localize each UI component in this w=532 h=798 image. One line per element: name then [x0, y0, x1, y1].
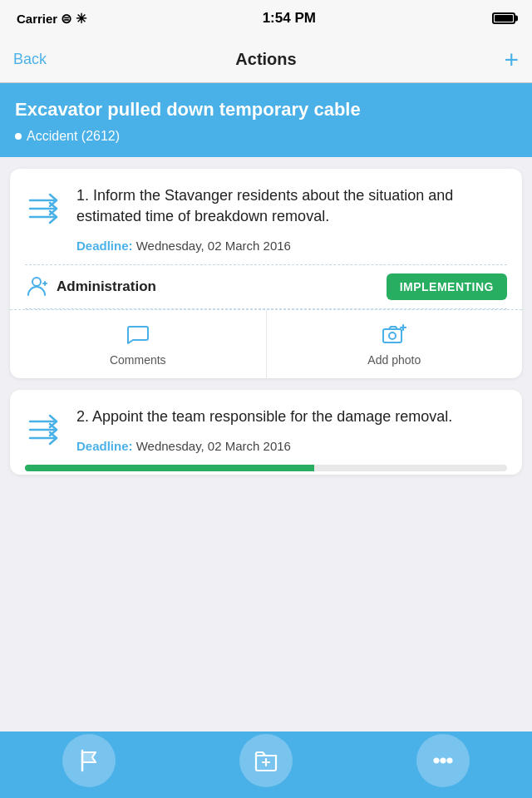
action-arrows-icon-1	[25, 189, 65, 229]
tab-more[interactable]	[416, 734, 470, 787]
add-photo-button-1[interactable]: Add photo	[267, 310, 523, 378]
assignee-row-1: Administration IMPLEMENTING	[10, 265, 522, 308]
content-area: 1. Inform the Stavanger residents about …	[0, 157, 532, 559]
time-display: 1:54 PM	[263, 10, 316, 27]
deadline-row-1: Deadline: Wednesday, 02 March 2016	[76, 239, 507, 253]
person-icon-1	[25, 273, 48, 300]
incident-header: Excavator pulled down temporary cable Ac…	[0, 83, 532, 157]
activity-icon: ✳	[76, 12, 86, 26]
svg-rect-6	[383, 329, 401, 342]
action-text-1: 1. Inform the Stavanger residents about …	[76, 185, 507, 253]
action-card-body-2: 2. Appoint the team responsible for the …	[10, 390, 522, 465]
page-title: Actions	[235, 50, 296, 69]
svg-point-15	[435, 759, 439, 763]
status-badge-1[interactable]: IMPLEMENTING	[387, 273, 507, 300]
action-title-1: 1. Inform the Stavanger residents about …	[76, 185, 507, 227]
action-title-2: 2. Appoint the team responsible for the …	[76, 406, 507, 427]
tab-flag[interactable]	[62, 734, 116, 787]
battery-icon	[492, 12, 515, 24]
svg-point-16	[441, 759, 446, 763]
incident-subtitle: Accident (2612)	[15, 129, 517, 144]
back-button[interactable]: Back	[13, 51, 47, 68]
action-card-1: 1. Inform the Stavanger residents about …	[10, 169, 522, 378]
wifi-icon: ⊜	[61, 12, 71, 26]
progress-bar-2	[25, 465, 507, 471]
status-bar: Carrier ⊜ ✳ 1:54 PM	[0, 0, 532, 37]
add-button[interactable]: +	[504, 47, 519, 72]
svg-point-3	[32, 278, 41, 286]
deadline-date-1: Wednesday, 02 March 2016	[136, 239, 291, 253]
assignee-name-1: Administration	[57, 278, 156, 295]
deadline-label-2: Deadline:	[76, 439, 133, 453]
action-card-body-1: 1. Inform the Stavanger residents about …	[10, 169, 522, 264]
deadline-label-1: Deadline:	[76, 239, 133, 253]
deadline-row-2: Deadline: Wednesday, 02 March 2016	[76, 439, 507, 453]
incident-title: Excavator pulled down temporary cable	[15, 98, 517, 122]
action-text-2: 2. Appoint the team responsible for the …	[76, 406, 507, 453]
action-arrows-icon-2	[25, 410, 65, 450]
tab-folder-add[interactable]	[239, 734, 293, 787]
assignee-left-1: Administration	[25, 273, 156, 300]
svg-point-7	[389, 332, 396, 339]
action-buttons-row-1: Comments Add photo	[10, 309, 522, 378]
carrier-text: Carrier ⊜ ✳	[17, 11, 86, 27]
dot-icon	[15, 133, 22, 140]
nav-bar: Back Actions +	[0, 37, 532, 83]
deadline-date-2: Wednesday, 02 March 2016	[136, 439, 291, 453]
svg-point-17	[448, 759, 452, 763]
action-card-2: 2. Appoint the team responsible for the …	[10, 390, 522, 475]
tab-bar	[0, 732, 532, 798]
comments-button-1[interactable]: Comments	[10, 310, 267, 378]
